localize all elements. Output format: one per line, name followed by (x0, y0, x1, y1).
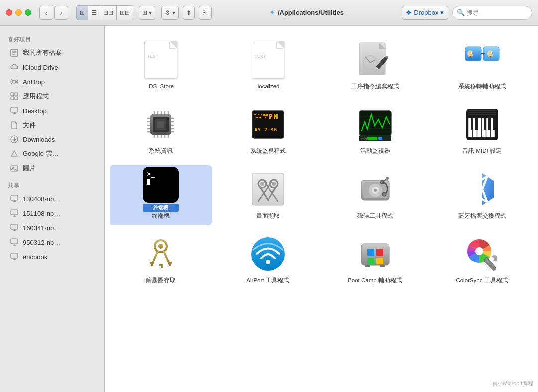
svg-rect-87 (269, 114, 270, 119)
svg-rect-157 (380, 265, 385, 267)
svg-point-42 (468, 52, 469, 53)
sidebar-item-nb3[interactable]: 160341-nb… (2, 221, 102, 235)
svg-rect-31 (11, 253, 18, 258)
svg-rect-146 (168, 262, 172, 264)
forward-button[interactable]: › (54, 6, 68, 20)
file-item-airport[interactable]: AirPort 工具程式 (217, 230, 319, 290)
watermark: 易小Microbit编程 (492, 380, 533, 387)
svg-rect-25 (11, 224, 18, 229)
sidebar-item-applications[interactable]: 應用程式 (2, 89, 102, 103)
main-container: 喜好項目 我的所有檔案 iCloud Drive AirDrop 應用程式 (0, 26, 538, 392)
file-item-keychain[interactable]: 鑰匙圈存取 (110, 230, 212, 290)
dropbox-button[interactable]: ❖ Dropbox ▾ (402, 6, 448, 20)
sidebar-item-pictures[interactable]: 圖片 (2, 161, 102, 175)
share-btn[interactable]: ⬆ (183, 6, 195, 20)
svg-rect-111 (471, 118, 473, 130)
file-grid: TEXT .DS_Store TEXT .localized (110, 36, 533, 290)
svg-rect-153 (376, 249, 383, 256)
all-files-icon (10, 48, 19, 57)
search-icon: 🔍 (457, 9, 465, 16)
view-icon-btn[interactable]: ⊞ (77, 6, 88, 20)
sidebar-item-all-files[interactable]: 我的所有檔案 (2, 46, 102, 60)
sidebar-item-label: 文件 (23, 121, 36, 130)
file-item-localized[interactable]: TEXT .localized (217, 36, 319, 96)
file-item-migration[interactable]: 系統移轉輔助程式 (431, 36, 533, 96)
search-box[interactable]: 🔍 (452, 6, 532, 20)
svg-rect-9 (11, 107, 18, 112)
sidebar-item-ericbook[interactable]: ericbook (2, 250, 102, 263)
svg-point-123 (272, 182, 276, 186)
file-label: 系統移轉輔助程式 (458, 83, 506, 90)
svg-rect-113 (484, 118, 486, 130)
file-label: 活動監視器 (360, 147, 390, 155)
applications-icon (10, 92, 19, 101)
svg-marker-16 (11, 151, 17, 156)
view-column-btn[interactable]: ⊟⊟ (100, 6, 117, 20)
svg-text:AY 7:36: AY 7:36 (254, 127, 277, 133)
svg-point-148 (158, 244, 163, 249)
file-label: 磁碟工具程式 (357, 212, 393, 220)
title-bar: ‹ › ⊞ ☰ ⊟⊟ ⊞⊟ ⊞ ▾ ⚙ ▾ ⬆ 🏷 ✦ /Application… (0, 0, 538, 26)
svg-rect-102 (367, 137, 377, 140)
file-item-system-info[interactable]: 系統資訊 (110, 101, 212, 160)
sidebar-item-nb2[interactable]: 151108-nb… (2, 206, 102, 220)
sidebar-item-label: 151108-nb… (23, 210, 60, 217)
dropbox-icon: ❖ (406, 9, 412, 16)
file-item-ds-store[interactable]: TEXT .DS_Store (110, 36, 212, 96)
file-icon-activity-monitor: CPU (355, 105, 395, 144)
svg-rect-107 (477, 118, 481, 137)
file-item-audio-midi[interactable]: 音訊 MIDI 設定 (431, 101, 533, 160)
file-item-disk-utility[interactable]: 磁碟工具程式 (324, 165, 426, 225)
svg-rect-6 (15, 93, 18, 96)
action-btn[interactable]: ⚙ ▾ (161, 6, 178, 20)
sidebar-item-icloud[interactable]: iCloud Drive (2, 60, 102, 74)
svg-rect-5 (11, 93, 14, 96)
favorites-label: 喜好項目 (0, 30, 104, 45)
file-icon-migration (462, 40, 502, 80)
sidebar-item-label: 950312-nb… (23, 239, 60, 246)
svg-point-48 (488, 52, 489, 53)
view-list-btn[interactable]: ☰ (88, 6, 100, 20)
search-input[interactable] (467, 9, 527, 16)
file-item-bootcamp[interactable]: Boot Camp 輔助程式 (324, 230, 426, 290)
file-item-colorsync[interactable]: ColorSync 工具程式 (431, 230, 533, 290)
svg-rect-78 (254, 114, 256, 115)
svg-rect-28 (11, 239, 18, 244)
svg-rect-85 (266, 114, 268, 115)
svg-rect-152 (367, 249, 374, 256)
file-icon-console: AY 7:36 (248, 105, 288, 144)
file-item-bluetooth[interactable]: 藍牙檔案交換程式 (431, 165, 533, 225)
file-label: 音訊 MIDI 設定 (462, 147, 502, 155)
file-item-screenshot[interactable]: 畫面擷取 (217, 165, 319, 225)
sidebar-item-nb1[interactable]: 130408-nb… (2, 192, 102, 206)
file-icon-airport (248, 234, 288, 274)
icloud-icon (10, 63, 19, 72)
file-item-terminal[interactable]: >_ 終端機 終端機 (110, 165, 212, 225)
sidebar-item-desktop[interactable]: Desktop (2, 104, 102, 118)
sidebar-item-documents[interactable]: 文件 (2, 118, 102, 132)
sidebar-item-google-drive[interactable]: Google 雲… (2, 147, 102, 161)
maximize-button[interactable] (25, 9, 31, 16)
svg-point-4 (13, 80, 16, 83)
arrange-btn[interactable]: ⊞ ▾ (139, 6, 155, 20)
close-button[interactable] (6, 9, 12, 16)
sidebar-item-airdrop[interactable]: AirDrop (2, 75, 102, 89)
tag-btn[interactable]: 🏷 (199, 6, 212, 20)
sidebar-item-downloads[interactable]: Downloads (2, 132, 102, 146)
view-cover-btn[interactable]: ⊞⊟ (117, 6, 133, 20)
svg-rect-90 (270, 116, 272, 117)
back-button[interactable]: ‹ (39, 6, 53, 20)
file-item-console[interactable]: AY 7:36 系統監視程式 (217, 101, 319, 160)
file-label: Boot Camp 輔助程式 (348, 277, 402, 284)
minimize-button[interactable] (15, 9, 22, 16)
svg-rect-156 (365, 265, 370, 267)
svg-rect-79 (256, 117, 258, 118)
sidebar-item-nb4[interactable]: 950312-nb… (2, 235, 102, 249)
file-item-activity-monitor[interactable]: CPU 活動監視器 (324, 101, 426, 160)
svg-rect-82 (261, 114, 262, 115)
view-mode-group: ⊞ ☰ ⊟⊟ ⊞⊟ (76, 5, 133, 20)
file-item-script-editor[interactable]: 工序指令編寫程式 (324, 36, 426, 96)
sidebar-item-label: 130408-nb… (23, 195, 60, 203)
sidebar-item-label: iCloud Drive (23, 64, 58, 71)
svg-rect-151 (361, 244, 389, 265)
